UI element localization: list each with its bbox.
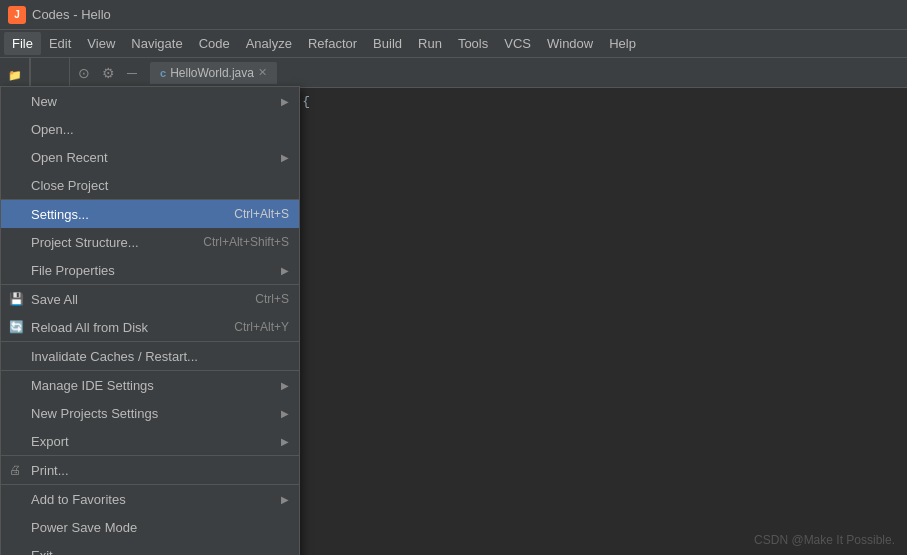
java-file-icon: c — [160, 67, 166, 79]
menu-item-navigate[interactable]: Navigate — [123, 32, 190, 55]
open-recent-arrow-icon: ▶ — [281, 152, 289, 163]
menu-item-reload-all[interactable]: 🔄 Reload All from Disk Ctrl+Alt+Y — [1, 313, 299, 341]
menu-item-add-favorites[interactable]: Add to Favorites ▶ — [1, 485, 299, 513]
title-bar-text: Codes - Hello — [32, 7, 111, 22]
menu-item-exit[interactable]: Exit — [1, 541, 299, 555]
menu-item-open-recent[interactable]: Open Recent ▶ — [1, 143, 299, 171]
watermark-text: CSDN @Make It Possible. — [754, 533, 895, 547]
manage-ide-arrow-icon: ▶ — [281, 380, 289, 391]
export-arrow-icon: ▶ — [281, 436, 289, 447]
menu-item-code[interactable]: Code — [191, 32, 238, 55]
main-area: 📁 ⬛ 1: Project Z: Structure ⊙ ⚙ ─ c Hell… — [0, 58, 907, 555]
settings-shortcut: Ctrl+Alt+S — [234, 207, 289, 221]
app-logo: J — [8, 6, 26, 24]
menu-bar: File Edit View Navigate Code Analyze Ref… — [0, 30, 907, 58]
menu-item-view[interactable]: View — [79, 32, 123, 55]
file-menu-section-2: Settings... Ctrl+Alt+S Project Structure… — [1, 200, 299, 285]
file-menu-section-4: Invalidate Caches / Restart... — [1, 342, 299, 371]
file-menu-section-1: New ▶ Open... Open Recent ▶ Close Projec… — [1, 87, 299, 200]
menu-item-tools[interactable]: Tools — [450, 32, 496, 55]
tab-settings-icon[interactable]: ⚙ — [98, 63, 118, 83]
menu-item-manage-ide[interactable]: Manage IDE Settings ▶ — [1, 371, 299, 399]
sidebar-folder-icon[interactable]: 📁 — [4, 64, 26, 86]
menu-item-settings[interactable]: Settings... Ctrl+Alt+S — [1, 200, 299, 228]
reload-icon: 🔄 — [9, 320, 24, 334]
menu-item-edit[interactable]: Edit — [41, 32, 79, 55]
reload-shortcut: Ctrl+Alt+Y — [234, 320, 289, 334]
save-all-shortcut: Ctrl+S — [255, 292, 289, 306]
menu-item-open[interactable]: Open... — [1, 115, 299, 143]
project-structure-shortcut: Ctrl+Alt+Shift+S — [203, 235, 289, 249]
menu-item-new-projects-settings[interactable]: New Projects Settings ▶ — [1, 399, 299, 427]
favorites-arrow-icon: ▶ — [281, 494, 289, 505]
tab-pin-icon[interactable]: ⊙ — [74, 63, 94, 83]
tab-minimize-icon[interactable]: ─ — [122, 63, 142, 83]
tab-toolbar: ⊙ ⚙ ─ — [74, 63, 142, 83]
menu-item-export[interactable]: Export ▶ — [1, 427, 299, 455]
menu-item-file[interactable]: File — [4, 32, 41, 55]
file-menu-section-5: Manage IDE Settings ▶ New Projects Setti… — [1, 371, 299, 456]
file-menu-panel: New ▶ Open... Open Recent ▶ Close Projec… — [0, 86, 300, 555]
file-menu-section-3: 💾 Save All Ctrl+S 🔄 Reload All from Disk… — [1, 285, 299, 342]
menu-item-vcs[interactable]: VCS — [496, 32, 539, 55]
print-icon: 🖨 — [9, 463, 21, 477]
title-bar: J Codes - Hello — [0, 0, 907, 30]
menu-item-refactor[interactable]: Refactor — [300, 32, 365, 55]
menu-item-save-all[interactable]: 💾 Save All Ctrl+S — [1, 285, 299, 313]
menu-item-build[interactable]: Build — [365, 32, 410, 55]
menu-item-invalidate-caches[interactable]: Invalidate Caches / Restart... — [1, 342, 299, 370]
new-projects-arrow-icon: ▶ — [281, 408, 289, 419]
menu-item-print[interactable]: 🖨 Print... — [1, 456, 299, 484]
file-menu-section-6: 🖨 Print... — [1, 456, 299, 485]
menu-item-run[interactable]: Run — [410, 32, 450, 55]
new-arrow-icon: ▶ — [281, 96, 289, 107]
menu-item-analyze[interactable]: Analyze — [238, 32, 300, 55]
file-dropdown-menu: New ▶ Open... Open Recent ▶ Close Projec… — [0, 86, 300, 555]
menu-item-close-project[interactable]: Close Project — [1, 171, 299, 199]
file-properties-arrow-icon: ▶ — [281, 265, 289, 276]
menu-item-power-save[interactable]: Power Save Mode — [1, 513, 299, 541]
save-all-icon: 💾 — [9, 292, 24, 306]
menu-item-new[interactable]: New ▶ — [1, 87, 299, 115]
file-menu-section-7: Add to Favorites ▶ Power Save Mode Exit — [1, 485, 299, 555]
editor-tab-helloworld[interactable]: c HelloWorld.java ✕ — [150, 62, 277, 84]
menu-item-file-properties[interactable]: File Properties ▶ — [1, 256, 299, 284]
editor-tabs: ⊙ ⚙ ─ c HelloWorld.java ✕ — [70, 58, 907, 88]
tab-close-icon[interactable]: ✕ — [258, 66, 267, 79]
menu-item-window[interactable]: Window — [539, 32, 601, 55]
menu-item-help[interactable]: Help — [601, 32, 644, 55]
tab-filename: HelloWorld.java — [170, 66, 254, 80]
menu-item-project-structure[interactable]: Project Structure... Ctrl+Alt+Shift+S — [1, 228, 299, 256]
